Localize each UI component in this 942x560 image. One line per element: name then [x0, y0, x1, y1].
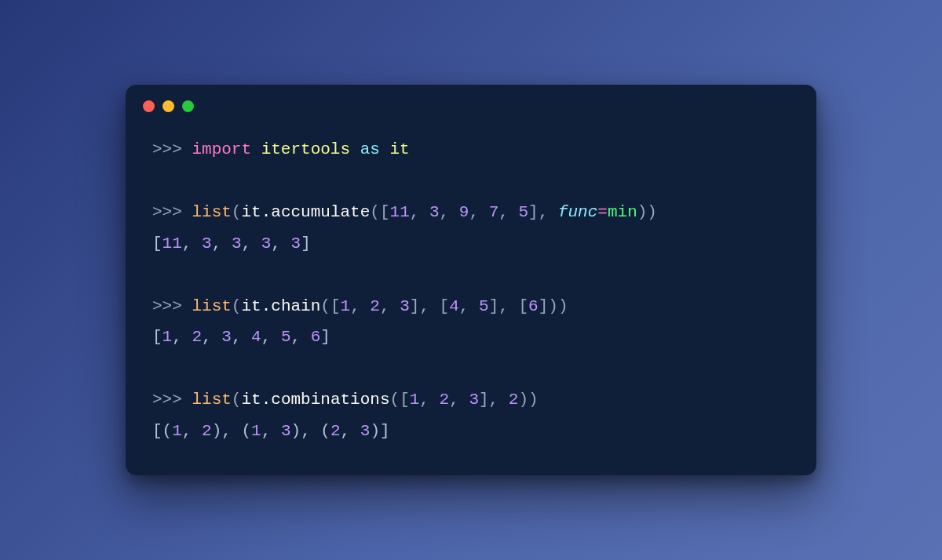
window-titlebar	[126, 85, 816, 120]
repl-prompt: >>>	[152, 203, 182, 221]
comma: ,	[498, 297, 518, 315]
paren: (	[320, 297, 330, 315]
kwarg-name: func	[558, 203, 597, 221]
object: it	[241, 297, 261, 315]
dot: .	[261, 203, 272, 221]
number: 5	[518, 203, 528, 221]
number: 3	[429, 203, 440, 221]
output-number: 6	[311, 328, 321, 346]
comma: ,	[182, 235, 202, 253]
number: 3	[400, 297, 410, 315]
minimize-icon[interactable]	[162, 100, 174, 112]
call-list: list	[192, 297, 231, 315]
bracket: ]	[528, 203, 539, 221]
number: 1	[410, 391, 420, 409]
paren: )	[647, 203, 657, 221]
dot: .	[261, 391, 272, 409]
comma: ,	[291, 328, 311, 346]
comma: ,	[261, 328, 281, 346]
keyword-as: as	[360, 140, 380, 158]
output-number: 2	[330, 422, 341, 440]
comma: ,	[301, 422, 320, 440]
tuple-close: )	[370, 422, 380, 440]
comma: ,	[489, 391, 509, 409]
paren: (	[232, 297, 242, 315]
number: 7	[489, 203, 499, 221]
output-number: 3	[291, 235, 301, 253]
number: 2	[440, 391, 450, 409]
keyword-import: import	[192, 140, 251, 158]
bracket: ]	[479, 391, 489, 409]
comma: ,	[539, 203, 558, 221]
method-accumulate: accumulate	[271, 203, 370, 221]
comma: ,	[202, 328, 221, 346]
comma: ,	[380, 297, 400, 315]
output-number: 3	[232, 235, 242, 253]
method-chain: chain	[271, 297, 320, 315]
bracket: ]	[539, 297, 549, 315]
tuple-close: )	[291, 422, 301, 440]
output-number: 3	[360, 422, 371, 440]
object: it	[241, 391, 261, 409]
number: 6	[528, 297, 539, 315]
method-combinations: combinations	[271, 391, 389, 409]
comma: ,	[182, 422, 202, 440]
paren: )	[637, 203, 648, 221]
tuple-open: (	[162, 422, 173, 440]
number: 5	[479, 297, 489, 315]
number: 11	[390, 203, 410, 221]
output-bracket: [	[152, 235, 162, 253]
comma: ,	[350, 297, 370, 315]
comma: ,	[410, 203, 429, 221]
comma: ,	[459, 297, 479, 315]
output-bracket: ]	[301, 235, 311, 253]
output-bracket: ]	[320, 328, 330, 346]
output-number: 3	[202, 235, 212, 253]
comma: ,	[172, 328, 192, 346]
output-number: 2	[192, 328, 202, 346]
bracket: [	[400, 391, 410, 409]
output-bracket: ]	[380, 422, 390, 440]
number: 2	[370, 297, 380, 315]
number: 2	[509, 391, 519, 409]
comma: ,	[440, 203, 459, 221]
paren: (	[370, 203, 380, 221]
output-number: 3	[261, 235, 272, 253]
comma: ,	[341, 422, 360, 440]
paren: )	[548, 297, 558, 315]
number: 1	[341, 297, 351, 315]
output-number: 4	[251, 328, 261, 346]
close-icon[interactable]	[143, 100, 155, 112]
maximize-icon[interactable]	[182, 100, 194, 112]
output-number: 3	[221, 328, 232, 346]
output-bracket: [	[152, 328, 162, 346]
output-number: 11	[162, 235, 182, 253]
comma: ,	[449, 391, 469, 409]
dot: .	[261, 297, 272, 315]
comma: ,	[232, 328, 251, 346]
comma: ,	[241, 235, 261, 253]
output-number: 1	[172, 422, 182, 440]
comma: ,	[212, 235, 232, 253]
output-number: 2	[202, 422, 212, 440]
output-number: 5	[281, 328, 291, 346]
paren: )	[558, 297, 568, 315]
call-list: list	[192, 203, 231, 221]
equals: =	[597, 203, 608, 221]
paren: (	[232, 391, 242, 409]
bracket: [	[380, 203, 390, 221]
module-name: itertools	[261, 140, 350, 158]
repl-prompt: >>>	[152, 140, 182, 158]
repl-prompt: >>>	[152, 297, 182, 315]
comma: ,	[419, 297, 439, 315]
comma: ,	[271, 235, 290, 253]
tuple-close: )	[212, 422, 222, 440]
repl-prompt: >>>	[152, 391, 182, 409]
comma: ,	[469, 203, 488, 221]
bracket: [	[518, 297, 528, 315]
comma: ,	[419, 391, 439, 409]
object: it	[241, 203, 261, 221]
paren: (	[232, 203, 242, 221]
terminal-window: >>> import itertools as it >>> list(it.a…	[126, 85, 816, 475]
paren: (	[390, 391, 400, 409]
